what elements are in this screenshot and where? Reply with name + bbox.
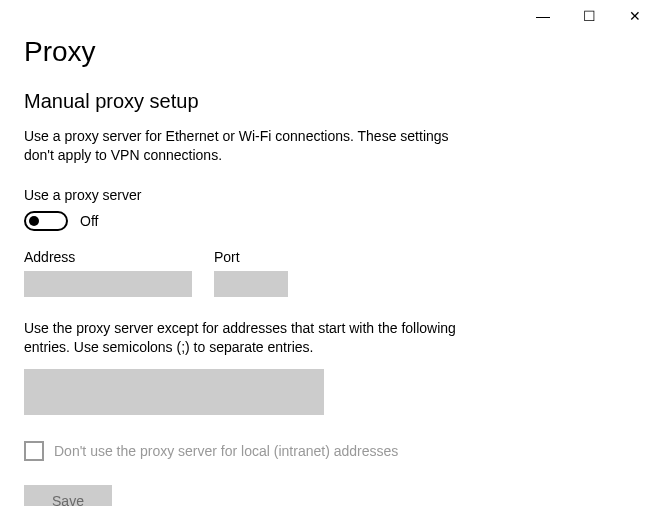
section-title: Manual proxy setup (24, 90, 634, 113)
address-field-group: Address (24, 249, 192, 297)
local-bypass-checkbox[interactable] (24, 441, 44, 461)
toggle-knob-icon (29, 216, 39, 226)
save-button[interactable]: Save (24, 485, 112, 506)
page-title: Proxy (24, 36, 634, 68)
minimize-button[interactable]: — (520, 0, 566, 32)
address-input[interactable] (24, 271, 192, 297)
use-proxy-toggle[interactable] (24, 211, 68, 231)
local-bypass-label: Don't use the proxy server for local (in… (54, 443, 398, 459)
port-field-group: Port (214, 249, 288, 297)
local-bypass-row: Don't use the proxy server for local (in… (24, 441, 634, 461)
toggle-label: Use a proxy server (24, 187, 634, 203)
close-icon: ✕ (629, 8, 641, 24)
section-description: Use a proxy server for Ethernet or Wi-Fi… (24, 127, 464, 165)
content-area: Proxy Manual proxy setup Use a proxy ser… (0, 0, 658, 506)
toggle-state: Off (80, 213, 98, 229)
exceptions-input[interactable] (24, 369, 324, 415)
minimize-icon: — (536, 8, 550, 24)
port-input[interactable] (214, 271, 288, 297)
address-label: Address (24, 249, 192, 265)
maximize-button[interactable]: ☐ (566, 0, 612, 32)
address-port-row: Address Port (24, 249, 634, 297)
exceptions-description: Use the proxy server except for addresse… (24, 319, 464, 357)
toggle-row: Off (24, 211, 634, 231)
close-button[interactable]: ✕ (612, 0, 658, 32)
port-label: Port (214, 249, 288, 265)
maximize-icon: ☐ (583, 8, 596, 24)
window-titlebar: — ☐ ✕ (520, 0, 658, 32)
